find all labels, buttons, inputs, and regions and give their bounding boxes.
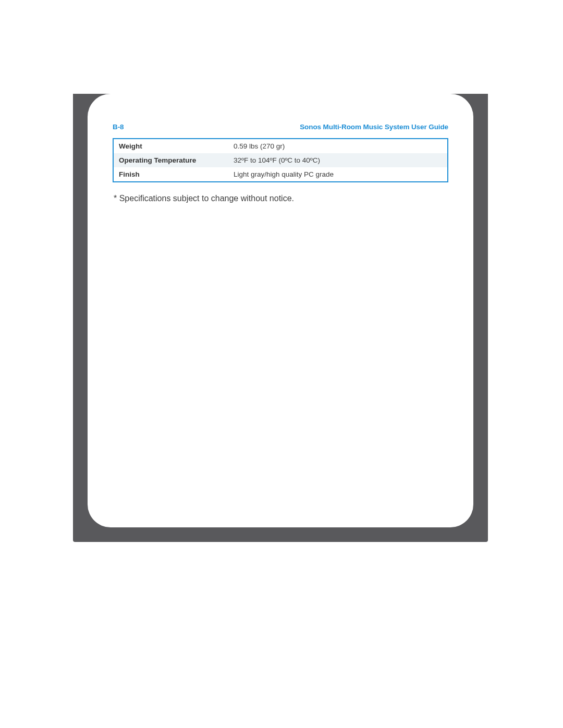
page-number-label: B-8 xyxy=(113,123,124,131)
table-row: Operating Temperature 32ºF to 104ºF (0ºC… xyxy=(113,153,448,167)
spec-label: Weight xyxy=(113,139,228,153)
spec-label: Finish xyxy=(113,167,228,182)
page-frame: B-8 Sonos Multi-Room Music System User G… xyxy=(73,94,488,542)
specifications-table: Weight 0.59 lbs (270 gr) Operating Tempe… xyxy=(113,138,448,182)
table-row: Weight 0.59 lbs (270 gr) xyxy=(113,139,448,153)
table-row: Finish Light gray/high quality PC grade xyxy=(113,167,448,182)
document-title: Sonos Multi-Room Music System User Guide xyxy=(300,123,448,131)
spec-value: 0.59 lbs (270 gr) xyxy=(228,139,448,153)
spec-value: Light gray/high quality PC grade xyxy=(228,167,448,182)
spec-label: Operating Temperature xyxy=(113,153,228,167)
footnote-text: * Specifications subject to change witho… xyxy=(113,194,448,203)
page-content: B-8 Sonos Multi-Room Music System User G… xyxy=(88,94,473,527)
spec-value: 32ºF to 104ºF (0ºC to 40ºC) xyxy=(228,153,448,167)
page-header: B-8 Sonos Multi-Room Music System User G… xyxy=(113,123,448,131)
document-canvas: B-8 Sonos Multi-Room Music System User G… xyxy=(0,0,563,728)
